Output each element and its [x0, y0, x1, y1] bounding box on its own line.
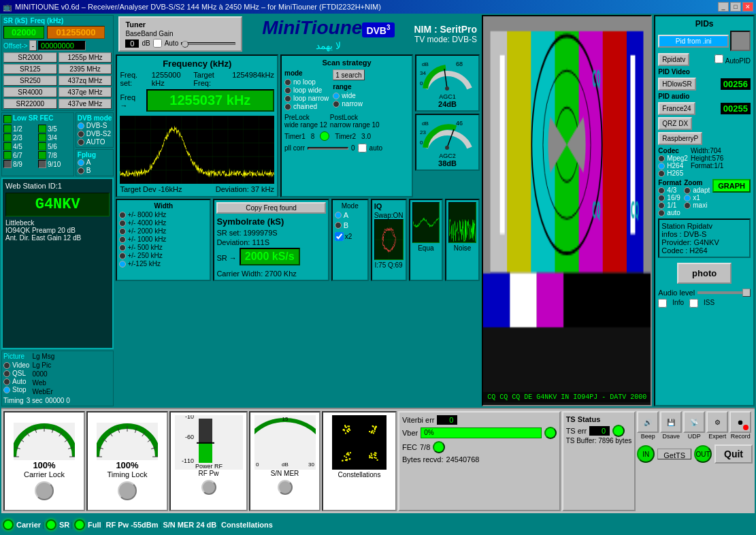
dvbs-radio[interactable] — [78, 123, 84, 129]
pic-auto-radio[interactable] — [3, 378, 10, 385]
getts-btn[interactable]: GetTS — [657, 449, 691, 459]
fec-9-10[interactable] — [38, 160, 46, 168]
pll-slider[interactable] — [308, 147, 348, 150]
fec-1-2[interactable] — [3, 125, 12, 133]
mer-btn[interactable] — [278, 480, 293, 495]
agc2-value: 38dB — [418, 159, 476, 167]
sr22000-btn[interactable]: SR22000 — [3, 99, 57, 109]
sr125-btn[interactable]: SR125 — [3, 64, 57, 74]
range-narrow-radio[interactable] — [333, 101, 340, 108]
chained-radio[interactable] — [284, 103, 291, 110]
fmt-4-3-radio[interactable] — [658, 187, 665, 194]
zoom-maxi-radio[interactable] — [684, 202, 691, 209]
autopid-checkbox[interactable] — [714, 54, 723, 63]
dvbs2-radio[interactable] — [78, 131, 84, 137]
fec-4-5[interactable] — [3, 142, 12, 150]
fec-8-9[interactable] — [3, 160, 12, 168]
w-4000-radio[interactable] — [119, 220, 126, 227]
noloop-radio[interactable] — [284, 79, 291, 86]
carrier-lock-btn[interactable] — [35, 481, 54, 500]
offset-minus-btn[interactable]: - — [29, 40, 37, 51]
out-btn[interactable]: OUT — [694, 445, 712, 463]
rpidatv-btn[interactable]: Rpidatv — [658, 53, 689, 66]
graph-btn[interactable]: GRAPH — [712, 179, 751, 193]
low-sr-checkbox[interactable] — [3, 115, 12, 123]
offset-value[interactable]: 00000000 — [38, 41, 86, 50]
auto-checkbox[interactable] — [153, 39, 162, 48]
fplug-a-radio[interactable] — [78, 159, 84, 166]
sym-display[interactable]: 2000 kS/s — [240, 248, 300, 265]
w-2000-radio[interactable] — [119, 228, 126, 235]
rf-btn[interactable] — [201, 480, 216, 495]
pid-video-value[interactable]: 00256 — [721, 78, 751, 90]
w-1000-radio[interactable] — [119, 236, 126, 243]
info-checkbox[interactable] — [658, 299, 667, 308]
expert-icon-btn[interactable]: ⚙ — [706, 411, 728, 433]
h265-radio[interactable] — [658, 170, 665, 177]
w-125-radio[interactable] — [119, 261, 126, 268]
pic-stop-radio[interactable] — [3, 387, 10, 393]
search-btn[interactable]: 1 search — [333, 69, 364, 80]
pic-video-radio[interactable] — [3, 362, 10, 369]
in-btn[interactable]: IN — [637, 445, 655, 463]
w-250-radio[interactable] — [119, 253, 126, 259]
close-button[interactable]: ✕ — [742, 2, 753, 12]
france24-btn[interactable]: France24 — [658, 102, 695, 115]
fec-2-3[interactable] — [3, 133, 12, 142]
quit-btn[interactable]: Quit — [714, 444, 753, 464]
fec-7-8[interactable] — [38, 151, 46, 159]
fplug-b-radio[interactable] — [78, 167, 84, 174]
sr250-btn[interactable]: SR250 — [3, 76, 57, 86]
auto-radio[interactable] — [78, 139, 84, 146]
fmt-1-1-radio[interactable] — [658, 202, 665, 209]
sr-value[interactable]: 02000 — [3, 26, 44, 39]
maximize-button[interactable]: □ — [730, 2, 741, 12]
dsave-icon-btn[interactable]: 💾 — [660, 411, 682, 433]
baseband-slider-thumb[interactable] — [182, 41, 188, 48]
w-500-radio[interactable] — [119, 244, 126, 251]
mode-title: Mode — [335, 202, 365, 210]
freq-437qe-btn[interactable]: 437qe MHz — [59, 87, 112, 97]
freq-2395-btn[interactable]: 2395 MHz — [59, 64, 112, 74]
fec-5-6[interactable] — [38, 142, 46, 150]
mode-a-radio[interactable] — [335, 212, 342, 218]
freq-display[interactable]: 1255037 kHz — [146, 89, 274, 112]
pid-audio-value[interactable]: 00255 — [721, 103, 751, 114]
mpeg2-radio[interactable] — [658, 155, 665, 162]
iss-checkbox[interactable] — [689, 299, 698, 308]
qrzdx-btn[interactable]: QRZ DX — [658, 117, 692, 130]
timing-lock-btn[interactable] — [118, 481, 137, 500]
loopnarrow-radio[interactable] — [284, 95, 291, 102]
zoom-x1-radio[interactable] — [684, 195, 691, 201]
minimize-button[interactable]: _ — [718, 2, 729, 12]
range-wide-radio[interactable] — [333, 93, 340, 99]
pid-from-ini-btn[interactable]: Pid from .ini — [658, 35, 729, 48]
fmt-16-9-radio[interactable] — [658, 195, 665, 201]
freq-437zq-btn[interactable]: 437zq MHz — [59, 76, 112, 86]
beep-icon-btn[interactable]: 🔊 — [637, 411, 659, 433]
raspberryp-btn[interactable]: RaspberryP — [658, 132, 702, 145]
hdlowsr-btn[interactable]: HDlowSR — [658, 78, 695, 91]
freq-437ve-btn[interactable]: 437ve MHz — [59, 99, 112, 109]
copy-freq-btn[interactable]: Copy Freq found — [216, 202, 325, 214]
record-icon-btn[interactable]: ⏺ — [729, 411, 751, 433]
loopwide-radio[interactable] — [284, 87, 291, 94]
freq-value[interactable]: 01255000 — [47, 26, 105, 39]
audio-slider[interactable] — [697, 291, 751, 294]
fec-6-7[interactable] — [3, 151, 12, 159]
freq-1255-btn[interactable]: 1255p MHz — [59, 52, 112, 63]
sr2000-btn[interactable]: SR2000 — [3, 52, 57, 63]
fmt-auto-radio[interactable] — [658, 210, 665, 216]
fec-3-5[interactable] — [38, 125, 46, 133]
w-8000-radio[interactable] — [119, 212, 126, 218]
fec-3-4[interactable] — [38, 133, 46, 142]
photo-btn[interactable]: photo — [677, 263, 732, 284]
sr4000-btn[interactable]: SR4000 — [3, 87, 57, 97]
udp-icon-btn[interactable]: 📡 — [683, 411, 705, 433]
pll-auto-checkbox[interactable] — [358, 144, 367, 152]
zoom-adapt-radio[interactable] — [684, 187, 691, 194]
h264-radio[interactable] — [658, 163, 665, 169]
pic-qsl-radio[interactable] — [3, 370, 10, 377]
x2-checkbox[interactable] — [335, 232, 344, 241]
mode-b-radio[interactable] — [335, 222, 342, 229]
